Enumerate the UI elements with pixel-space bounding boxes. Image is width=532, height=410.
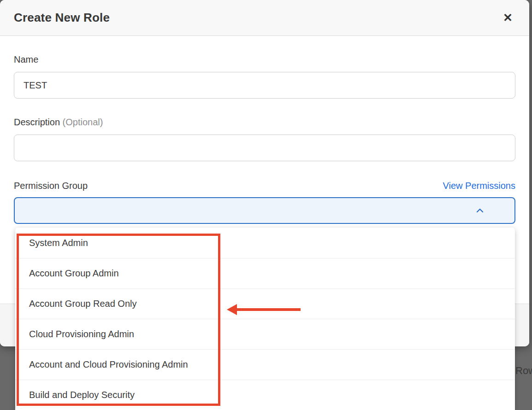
- option-account-and-cloud-provisioning-admin[interactable]: Account and Cloud Provisioning Admin: [15, 349, 515, 380]
- optional-hint: (Optional): [63, 117, 103, 127]
- close-icon[interactable]: ✕: [503, 12, 513, 23]
- option-build-and-deploy-security[interactable]: Build and Deploy Security: [15, 380, 515, 410]
- chevron-up-icon: [476, 206, 484, 215]
- permission-group-label: Permission Group: [14, 180, 88, 192]
- option-account-group-admin[interactable]: Account Group Admin: [15, 258, 515, 288]
- modal-body: Name Description (Optional) Permission G…: [0, 53, 529, 224]
- view-permissions-link[interactable]: View Permissions: [443, 181, 515, 191]
- background-partial-text: Row: [515, 365, 532, 377]
- modal-title: Create New Role: [14, 11, 110, 25]
- description-label-text: Description: [14, 117, 60, 127]
- option-system-admin[interactable]: System Admin: [15, 228, 515, 258]
- description-input[interactable]: [14, 135, 515, 161]
- permission-group-row: Permission Group View Permissions: [14, 180, 515, 192]
- screen-overlay: Row Create New Role ✕ Name Description (…: [0, 0, 532, 410]
- modal-header: Create New Role ✕: [0, 0, 529, 36]
- option-account-group-read-only[interactable]: Account Group Read Only: [15, 288, 515, 319]
- option-cloud-provisioning-admin[interactable]: Cloud Provisioning Admin: [15, 319, 515, 349]
- name-label: Name: [14, 53, 515, 65]
- description-label: Description (Optional): [14, 116, 515, 128]
- permission-group-options-panel: System Admin Account Group Admin Account…: [15, 228, 515, 410]
- name-input[interactable]: [14, 72, 515, 99]
- permission-group-select[interactable]: [14, 197, 515, 224]
